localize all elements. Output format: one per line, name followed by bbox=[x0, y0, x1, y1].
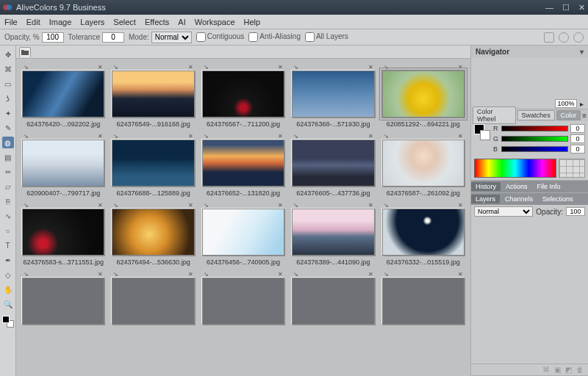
thumbnail-cell[interactable]: ↘✕624376587-...261092.jpg bbox=[382, 132, 465, 197]
value-r[interactable] bbox=[570, 124, 585, 133]
browser-tab[interactable] bbox=[19, 47, 31, 57]
thumbnail-image[interactable] bbox=[382, 209, 465, 256]
pin-icon[interactable]: ↘ bbox=[204, 271, 209, 278]
tool-bucket[interactable]: ◍ bbox=[2, 137, 14, 148]
thumbnail-cell[interactable]: ↘✕624376583-s...3711551.jpg bbox=[22, 201, 104, 266]
pin-icon[interactable]: ↘ bbox=[384, 133, 389, 140]
thumbnail-image[interactable] bbox=[202, 209, 284, 256]
menu-effects[interactable]: Effects bbox=[145, 18, 169, 26]
pin-icon[interactable]: ↘ bbox=[204, 202, 209, 209]
swatch-grid[interactable] bbox=[559, 159, 585, 178]
menu-edit[interactable]: Edit bbox=[26, 18, 40, 26]
close-thumb-icon[interactable]: ✕ bbox=[98, 271, 103, 278]
thumbnail-cell[interactable]: ↘✕624376549-...916168.jpg bbox=[112, 63, 194, 128]
help-icon[interactable] bbox=[559, 32, 569, 43]
thumbnail-cell[interactable]: ↘✕ bbox=[112, 270, 194, 328]
settings-gear-icon[interactable] bbox=[573, 32, 584, 43]
mask-icon[interactable]: ◩ bbox=[565, 366, 572, 374]
pin-icon[interactable]: ↘ bbox=[24, 202, 29, 209]
tool-pen[interactable]: ✒ bbox=[2, 254, 14, 266]
close-thumb-icon[interactable]: ✕ bbox=[98, 202, 103, 209]
tool-gradient[interactable]: ▤ bbox=[2, 151, 14, 163]
tool-blur[interactable]: ○ bbox=[2, 225, 14, 236]
pin-icon[interactable]: ↘ bbox=[293, 64, 298, 70]
thumbnail-image[interactable] bbox=[292, 70, 374, 118]
value-g[interactable] bbox=[570, 134, 585, 143]
thumbnail-cell[interactable]: ↘✕624376494-...536630.jpg bbox=[112, 201, 194, 266]
slider-b[interactable] bbox=[501, 146, 568, 152]
window-maximize[interactable]: ☐ bbox=[562, 3, 570, 12]
tool-lasso[interactable]: ʖ bbox=[2, 93, 14, 104]
menu-image[interactable]: Image bbox=[49, 18, 72, 26]
layers-list[interactable] bbox=[471, 218, 588, 364]
thumbnail-image[interactable] bbox=[22, 278, 104, 325]
panel-menu-icon[interactable]: ▾ bbox=[580, 48, 584, 56]
tool-text[interactable]: T bbox=[2, 239, 14, 251]
close-thumb-icon[interactable]: ✕ bbox=[188, 133, 193, 140]
antialias-check[interactable]: Anti-Aliasing bbox=[248, 32, 301, 42]
pin-icon[interactable]: ↘ bbox=[113, 271, 118, 278]
close-thumb-icon[interactable]: ✕ bbox=[98, 133, 103, 140]
pin-icon[interactable]: ↘ bbox=[113, 202, 118, 209]
close-thumb-icon[interactable]: ✕ bbox=[278, 202, 283, 209]
contiguous-check[interactable]: Contiguous bbox=[196, 32, 245, 42]
tool-wand[interactable]: ✦ bbox=[2, 107, 14, 119]
zoom-input[interactable] bbox=[555, 99, 577, 108]
close-thumb-icon[interactable]: ✕ bbox=[368, 64, 373, 70]
close-thumb-icon[interactable]: ✕ bbox=[278, 64, 283, 70]
tab-actions[interactable]: Actions bbox=[501, 182, 532, 191]
thumbnail-cell[interactable]: ↘✕ bbox=[382, 270, 465, 328]
close-thumb-icon[interactable]: ✕ bbox=[368, 271, 373, 278]
thumbnail-image[interactable] bbox=[382, 278, 465, 325]
menu-help[interactable]: Help bbox=[244, 18, 261, 26]
pin-icon[interactable]: ↘ bbox=[24, 133, 29, 140]
new-layer-icon[interactable]: ▣ bbox=[554, 366, 561, 374]
tab-channels[interactable]: Channels bbox=[501, 195, 537, 203]
thumbnail-cell[interactable]: ↘✕ bbox=[22, 270, 104, 328]
thumbnail-cell[interactable]: ↘✕ bbox=[292, 270, 374, 328]
tolerance-input[interactable] bbox=[102, 32, 124, 43]
thumbnail-image[interactable] bbox=[292, 140, 374, 187]
window-close[interactable]: ✕ bbox=[578, 3, 585, 12]
color-panel-menu-icon[interactable]: ≡ bbox=[582, 112, 587, 120]
tool-crop[interactable]: ⌘ bbox=[2, 63, 14, 75]
thumbnail-image[interactable] bbox=[112, 209, 194, 256]
toolbar-color-swatch[interactable] bbox=[2, 316, 14, 328]
menu-select[interactable]: Select bbox=[113, 18, 136, 26]
tool-smudge[interactable]: ∿ bbox=[2, 210, 14, 222]
pin-icon[interactable]: ↘ bbox=[384, 202, 389, 209]
thumbnail-cell[interactable]: ↘✕624376567-...711200.jpg bbox=[202, 63, 284, 128]
thumbnail-image[interactable] bbox=[112, 278, 194, 325]
pin-icon[interactable]: ↘ bbox=[113, 133, 118, 140]
thumbnail-cell[interactable]: ↘✕620900407-...799717.jpg bbox=[22, 132, 104, 197]
opacity-input[interactable] bbox=[42, 32, 64, 43]
pin-icon[interactable]: ↘ bbox=[293, 202, 298, 209]
thumbnail-image[interactable] bbox=[22, 209, 104, 256]
thumbnail-image[interactable] bbox=[202, 140, 284, 187]
thumbnail-image[interactable] bbox=[292, 278, 374, 325]
thumbnail-cell[interactable]: ↘✕624376332-...015519.jpg bbox=[382, 201, 465, 266]
slider-r[interactable] bbox=[501, 126, 568, 131]
color-tab-color[interactable]: Color bbox=[556, 110, 581, 120]
pin-icon[interactable]: ↘ bbox=[24, 64, 29, 70]
thumbnail-image[interactable] bbox=[202, 70, 284, 118]
navigator-body[interactable] bbox=[471, 57, 588, 98]
pin-icon[interactable]: ↘ bbox=[384, 64, 389, 70]
close-thumb-icon[interactable]: ✕ bbox=[368, 202, 373, 209]
menu-layers[interactable]: Layers bbox=[80, 18, 104, 26]
tool-select-rect[interactable]: ▭ bbox=[2, 78, 14, 90]
layer-opacity-input[interactable] bbox=[566, 207, 585, 216]
tool-shape[interactable]: ◇ bbox=[2, 269, 14, 281]
pin-icon[interactable]: ↘ bbox=[113, 64, 118, 70]
tab-file-info[interactable]: File Info bbox=[533, 182, 565, 191]
close-thumb-icon[interactable]: ✕ bbox=[458, 133, 463, 140]
menu-workspace[interactable]: Workspace bbox=[195, 18, 235, 26]
color-tab-swatches[interactable]: Swatches bbox=[517, 110, 555, 120]
thumbnail-cell[interactable]: ↘✕624376420-...092202.jpg bbox=[22, 63, 104, 128]
color-swatch-pair[interactable] bbox=[474, 124, 490, 140]
menu-ai[interactable]: AI bbox=[178, 18, 185, 26]
tab-layers[interactable]: Layers bbox=[471, 195, 500, 203]
notify-icon[interactable] bbox=[544, 32, 554, 43]
thumbnail-image[interactable] bbox=[22, 70, 104, 118]
close-thumb-icon[interactable]: ✕ bbox=[458, 64, 463, 70]
